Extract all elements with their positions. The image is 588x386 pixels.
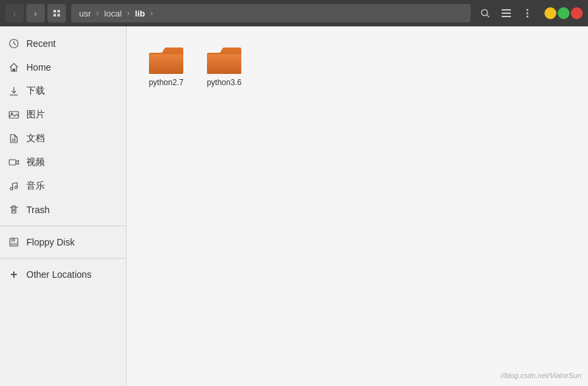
download-icon: [8, 85, 20, 97]
svg-rect-29: [207, 54, 241, 74]
svg-rect-8: [502, 16, 511, 17]
file-grid: python2.7: [140, 40, 575, 92]
home-icon: [8, 61, 20, 73]
sidebar-item-other-locations[interactable]: + Other Locations: [0, 263, 126, 286]
sidebar-label-downloads: 下载: [26, 85, 45, 97]
bookmarks-button[interactable]: [47, 4, 66, 22]
svg-rect-26: [11, 238, 15, 241]
menu-button[interactable]: [518, 4, 537, 22]
sidebar-item-music[interactable]: 音乐: [0, 174, 126, 198]
pictures-icon: [8, 109, 20, 121]
music-icon: [8, 180, 20, 192]
sidebar-label-music: 音乐: [26, 180, 45, 192]
file-item-python27[interactable]: python2.7: [140, 40, 192, 92]
svg-rect-6: [502, 9, 511, 11]
file-item-python36[interactable]: python3.6: [198, 40, 250, 92]
svg-point-9: [527, 9, 529, 11]
breadcrumb-item-lib[interactable]: lib: [132, 7, 148, 20]
sidebar-divider-1: [0, 226, 126, 226]
sidebar-label-trash: Trash: [26, 205, 49, 215]
svg-rect-13: [13, 69, 15, 71]
sidebar-item-videos[interactable]: 视频: [0, 150, 126, 174]
svg-line-5: [487, 15, 490, 18]
back-button[interactable]: ‹: [5, 4, 24, 22]
sidebar-item-home[interactable]: Home: [0, 55, 126, 79]
file-label-python36: python3.6: [207, 78, 242, 87]
close-button[interactable]: [571, 7, 583, 19]
window-controls: [544, 7, 583, 19]
sidebar-label-home: Home: [26, 62, 51, 73]
breadcrumb-item-local[interactable]: local: [102, 7, 125, 20]
svg-point-10: [527, 13, 529, 15]
titlebar: ‹ › usr › local › lib ›: [0, 0, 588, 26]
file-label-python27: python2.7: [149, 78, 184, 87]
breadcrumb-sep-1: ›: [96, 9, 99, 18]
floppy-icon: [8, 236, 20, 248]
sidebar-item-floppy[interactable]: Floppy Disk: [0, 230, 126, 254]
sidebar-label-videos: 视频: [26, 156, 45, 168]
sidebar-label-floppy: Floppy Disk: [26, 237, 74, 247]
maximize-button[interactable]: [558, 7, 570, 19]
svg-rect-1: [57, 10, 60, 13]
sidebar-item-documents[interactable]: 文档: [0, 127, 126, 150]
breadcrumb-sep-3: ›: [150, 9, 153, 18]
svg-rect-2: [53, 14, 56, 16]
breadcrumb-item-usr[interactable]: usr: [76, 7, 94, 20]
sidebar-label-documents: 文档: [26, 133, 45, 145]
folder-icon-python36: [206, 45, 243, 75]
svg-rect-3: [57, 14, 60, 16]
svg-point-4: [482, 10, 488, 16]
recent-icon: [8, 38, 20, 49]
documents-icon: [8, 133, 20, 145]
videos-icon: [8, 156, 20, 168]
sidebar-item-trash[interactable]: Trash: [0, 198, 126, 222]
svg-rect-7: [502, 13, 511, 14]
minimize-button[interactable]: [544, 7, 556, 19]
view-toggle-button[interactable]: [497, 4, 515, 22]
sidebar: Recent Home 下载: [0, 26, 127, 386]
trash-icon: [8, 204, 20, 216]
sidebar-label-other-locations: Other Locations: [26, 269, 92, 280]
search-button[interactable]: [476, 4, 494, 22]
svg-rect-27: [11, 243, 17, 245]
sidebar-item-recent[interactable]: Recent: [0, 32, 126, 55]
main-layout: Recent Home 下载: [0, 26, 588, 386]
content-area: python2.7: [127, 26, 588, 386]
sidebar-label-recent: Recent: [26, 38, 55, 49]
other-locations-icon: +: [8, 269, 20, 280]
folder-icon-python27: [148, 45, 185, 75]
sidebar-item-pictures[interactable]: 图片: [0, 103, 126, 127]
forward-button[interactable]: ›: [26, 4, 45, 22]
svg-rect-20: [9, 160, 16, 165]
breadcrumb-sep-2: ›: [127, 9, 130, 18]
sidebar-label-pictures: 图片: [26, 109, 45, 121]
breadcrumb: usr › local › lib ›: [71, 4, 471, 22]
sidebar-divider-2: [0, 258, 126, 259]
svg-rect-28: [149, 54, 183, 74]
sidebar-item-downloads[interactable]: 下载: [0, 79, 126, 103]
watermark: //blog.csdn.net/ViatorSun: [500, 371, 581, 379]
svg-point-11: [527, 16, 529, 18]
svg-rect-0: [53, 10, 56, 13]
